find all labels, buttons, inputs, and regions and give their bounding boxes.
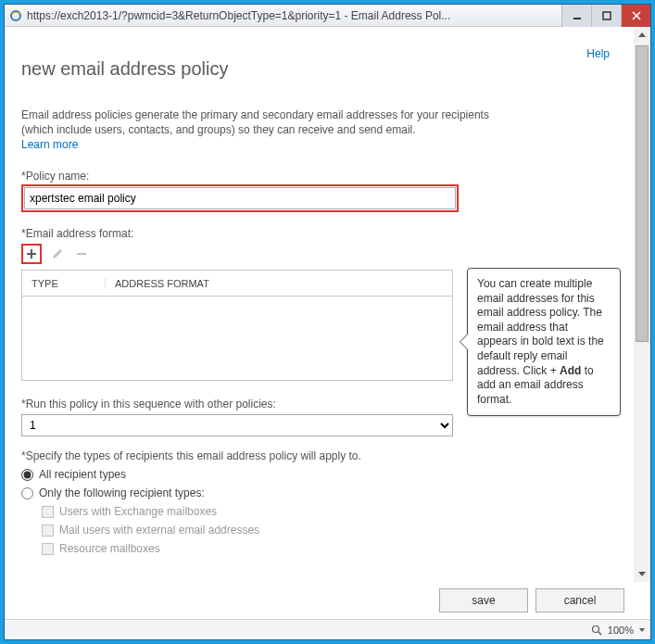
title-bar: https://exch2013-1/?pwmcid=3&ReturnObjec… <box>5 5 650 27</box>
radio-only-following[interactable]: Only the following recipient types: <box>21 486 617 499</box>
radio-all-input[interactable] <box>21 469 33 481</box>
add-button[interactable] <box>23 246 40 262</box>
minus-icon <box>75 247 88 260</box>
check-users-exchange-label: Users with Exchange mailboxes <box>59 505 217 518</box>
edit-button <box>49 246 66 262</box>
policy-name-label: *Policy name: <box>21 170 617 183</box>
remove-button <box>73 246 90 262</box>
client-area: Help new email address policy Email addr… <box>5 27 650 639</box>
scroll-up-icon[interactable] <box>634 27 650 44</box>
zoom-icon[interactable] <box>589 623 604 638</box>
email-format-label: *Email address format: <box>21 227 617 240</box>
scroll-down-icon[interactable] <box>634 565 650 582</box>
radio-all-recipients[interactable]: All recipient types <box>21 468 617 481</box>
callout-arrow-icon <box>460 334 468 350</box>
help-link[interactable]: Help <box>586 47 610 60</box>
radio-all-label: All recipient types <box>39 468 126 481</box>
callout-text-1: You can create multiple email addresses … <box>477 277 604 377</box>
window-controls <box>561 5 650 27</box>
col-header-format: ADDRESS FORMAT <box>106 278 452 289</box>
cancel-button[interactable]: cancel <box>535 588 624 612</box>
table-body-empty <box>22 297 452 380</box>
highlight-policy-name <box>21 184 459 212</box>
minimize-button[interactable] <box>561 5 591 27</box>
dialog-footer: save cancel <box>5 582 650 619</box>
pencil-icon <box>51 247 64 260</box>
radio-only-input[interactable] <box>21 487 33 499</box>
col-header-type: TYPE <box>22 278 106 289</box>
app-window: https://exch2013-1/?pwmcid=3&ReturnObjec… <box>4 4 651 640</box>
svg-rect-2 <box>603 12 611 19</box>
checkbox-disabled-icon <box>42 506 54 518</box>
address-format-toolbar <box>21 244 617 264</box>
vertical-scrollbar[interactable] <box>634 27 650 582</box>
recipients-label: *Specify the types of recipients this em… <box>21 449 617 462</box>
ie-icon <box>8 8 23 23</box>
policy-name-input[interactable] <box>24 187 456 209</box>
highlight-add-button <box>21 244 42 264</box>
sequence-select[interactable]: 1 <box>21 414 453 436</box>
scroll-thumb[interactable] <box>636 45 649 342</box>
checkbox-disabled-icon <box>42 524 54 537</box>
zoom-dropdown-icon[interactable] <box>639 628 645 632</box>
check-mail-users: Mail users with external email addresses <box>42 524 617 537</box>
intro-text: Email address policies generate the prim… <box>21 107 507 137</box>
check-mail-users-label: Mail users with external email addresses <box>59 524 259 537</box>
check-resource-label: Resource mailboxes <box>59 542 160 555</box>
address-format-table: TYPE ADDRESS FORMAT <box>21 270 453 381</box>
check-users-exchange: Users with Exchange mailboxes <box>42 505 617 518</box>
help-callout: You can create multiple email addresses … <box>467 268 621 416</box>
svg-point-8 <box>592 625 598 632</box>
page-title: new email address policy <box>21 58 617 80</box>
title-bar-url: https://exch2013-1/?pwmcid=3&ReturnObjec… <box>27 9 561 22</box>
checkbox-disabled-icon <box>42 543 54 555</box>
svg-line-9 <box>598 632 601 635</box>
save-button[interactable]: save <box>439 588 528 612</box>
maximize-button[interactable] <box>591 5 621 27</box>
svg-rect-1 <box>573 18 581 19</box>
learn-more-link[interactable]: Learn more <box>21 138 78 151</box>
callout-bold: Add <box>560 364 581 377</box>
radio-only-label: Only the following recipient types: <box>39 486 205 499</box>
check-resource: Resource mailboxes <box>42 542 617 555</box>
plus-icon <box>25 247 38 260</box>
content-pane: Help new email address policy Email addr… <box>5 27 634 582</box>
table-header: TYPE ADDRESS FORMAT <box>22 271 452 297</box>
zoom-level: 100% <box>608 625 634 636</box>
status-bar: 100% <box>5 619 650 639</box>
close-button[interactable] <box>621 5 650 27</box>
